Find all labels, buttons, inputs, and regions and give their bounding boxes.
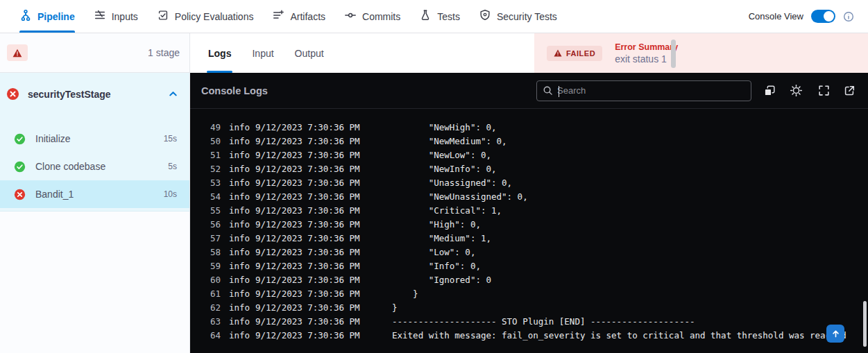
log-level: info xyxy=(229,301,250,315)
log-line: 54info9/12/2023 7:30:36 PM "NewUnassigne… xyxy=(208,190,868,204)
tab-label: Policy Evaluations xyxy=(175,11,254,22)
log-message: -------------------- STO Plugin [END] --… xyxy=(392,315,695,329)
search-icon xyxy=(543,85,553,96)
copy-icon[interactable] xyxy=(763,84,776,98)
error-texts: Error Summary exit status 1 xyxy=(615,42,678,64)
step-initialize[interactable]: Initialize 15s xyxy=(0,125,189,153)
log-timestamp: 9/12/2023 7:30:36 PM xyxy=(255,259,360,273)
log-message: "NewHigh": 0, xyxy=(392,121,497,135)
log-message: "NewLow": 0, xyxy=(392,148,491,162)
text-caret xyxy=(559,86,559,97)
log-line-number: 58 xyxy=(208,246,221,259)
log-line-number: 54 xyxy=(208,190,221,204)
log-line: 52info9/12/2023 7:30:36 PM "NewInfo": 0, xyxy=(208,162,868,176)
failed-badge: FAILED xyxy=(547,46,602,61)
step-bandit-1[interactable]: Bandit_1 10s xyxy=(0,180,189,208)
shield-icon xyxy=(479,9,491,24)
tab-label: Logs xyxy=(208,48,231,59)
log-line: 61info9/12/2023 7:30:36 PM } xyxy=(208,287,868,301)
settings-gear-icon[interactable] xyxy=(789,83,803,98)
stage-block: securityTestStage Initialize xyxy=(0,73,189,212)
log-level: info xyxy=(229,121,250,135)
tab-label: Tests xyxy=(437,11,460,22)
console-scrollbar-thumb[interactable] xyxy=(863,301,867,347)
log-line-number: 57 xyxy=(208,232,221,246)
log-message: "High": 0, xyxy=(392,218,481,232)
tab-policy-evaluations[interactable]: Policy Evaluations xyxy=(157,0,254,33)
tab-label: Artifacts xyxy=(290,11,325,22)
log-line: 63info9/12/2023 7:30:36 PM--------------… xyxy=(208,315,868,329)
console-log-view: 49info9/12/2023 7:30:36 PM "NewHigh": 0,… xyxy=(190,109,868,343)
log-timestamp: 9/12/2023 7:30:36 PM xyxy=(255,204,360,218)
workspace: 1 stage securityTestStage xyxy=(0,33,868,353)
commit-icon xyxy=(344,9,357,24)
log-line: 60info9/12/2023 7:30:36 PM "Ignored": 0 xyxy=(208,273,868,287)
log-line: 59info9/12/2023 7:30:36 PM "Info": 0, xyxy=(208,259,868,273)
stage-sidebar: 1 stage securityTestStage xyxy=(0,33,190,353)
log-line-number: 51 xyxy=(208,148,221,162)
chevron-up-icon[interactable] xyxy=(168,89,178,99)
error-area-scrollbar-thumb[interactable] xyxy=(671,40,676,68)
stage-header-securityTestStage[interactable]: securityTestStage xyxy=(0,73,189,115)
log-message: Exited with message: fail_on_severity is… xyxy=(392,329,846,343)
open-in-new-icon[interactable] xyxy=(843,85,856,97)
step-list: Initialize 15s Clone codebase 5s xyxy=(0,115,189,208)
sidebar-summary-row: 1 stage xyxy=(0,33,189,73)
tab-artifacts[interactable]: Artifacts xyxy=(272,0,325,33)
log-level: info xyxy=(229,135,250,148)
toggle-knob xyxy=(824,11,834,21)
tab-label: Inputs xyxy=(112,11,138,22)
warning-triangle-icon xyxy=(554,49,562,57)
tab-label: Input xyxy=(252,48,273,59)
log-level: info xyxy=(229,287,250,301)
log-timestamp: 9/12/2023 7:30:36 PM xyxy=(255,315,360,329)
log-timestamp: 9/12/2023 7:30:36 PM xyxy=(255,135,360,148)
log-line-number: 64 xyxy=(208,329,221,343)
log-line-number: 61 xyxy=(208,287,221,301)
log-line: 49info9/12/2023 7:30:36 PM "NewHigh": 0, xyxy=(208,121,868,135)
pipeline-icon xyxy=(19,9,32,24)
scroll-to-top-button[interactable] xyxy=(826,325,844,343)
tab-security-tests[interactable]: Security Tests xyxy=(479,0,557,33)
search-input[interactable] xyxy=(557,85,745,96)
console-view-controls: Console View xyxy=(749,0,854,33)
log-timestamp: 9/12/2023 7:30:36 PM xyxy=(255,162,360,176)
step-duration: 15s xyxy=(164,134,177,144)
log-level: info xyxy=(229,148,250,162)
log-line-number: 55 xyxy=(208,204,221,218)
tab-tests[interactable]: Tests xyxy=(419,0,460,33)
console-panel: Console Logs xyxy=(190,73,868,353)
log-message: "Info": 0, xyxy=(392,259,481,273)
tab-output[interactable]: Output xyxy=(295,33,324,73)
log-level: info xyxy=(229,273,250,287)
log-level: info xyxy=(229,218,250,232)
log-line: 55info9/12/2023 7:30:36 PM "Critical": 1… xyxy=(208,204,868,218)
log-tabs: Logs Input Output xyxy=(190,33,534,73)
log-line: 62info9/12/2023 7:30:36 PM} xyxy=(208,301,868,315)
search-box[interactable] xyxy=(536,80,751,101)
console-header: Console Logs xyxy=(190,73,868,109)
console-view-toggle[interactable] xyxy=(811,10,835,23)
log-message: "Unassigned": 0, xyxy=(392,176,512,190)
stage-name: securityTestStage xyxy=(28,89,160,100)
log-timestamp: 9/12/2023 7:30:36 PM xyxy=(255,190,360,204)
artifacts-list-icon xyxy=(272,9,284,24)
step-duration: 10s xyxy=(164,189,177,199)
tab-label: Pipeline xyxy=(37,11,75,22)
console-title: Console Logs xyxy=(201,85,525,96)
tab-commits[interactable]: Commits xyxy=(344,0,400,33)
log-line-number: 50 xyxy=(208,135,221,148)
log-line-number: 52 xyxy=(208,162,221,176)
log-timestamp: 9/12/2023 7:30:36 PM xyxy=(255,287,360,301)
tab-inputs[interactable]: Inputs xyxy=(94,0,138,33)
info-icon[interactable] xyxy=(843,11,854,22)
tab-logs[interactable]: Logs xyxy=(208,33,231,73)
tab-pipeline[interactable]: Pipeline xyxy=(19,0,75,33)
log-level: info xyxy=(229,190,250,204)
step-clone-codebase[interactable]: Clone codebase 5s xyxy=(0,153,189,180)
failed-status-icon xyxy=(6,87,19,101)
failed-badge-label: FAILED xyxy=(566,49,595,58)
tab-input[interactable]: Input xyxy=(252,33,273,73)
log-message: } xyxy=(392,287,418,301)
fullscreen-icon[interactable] xyxy=(817,84,831,97)
